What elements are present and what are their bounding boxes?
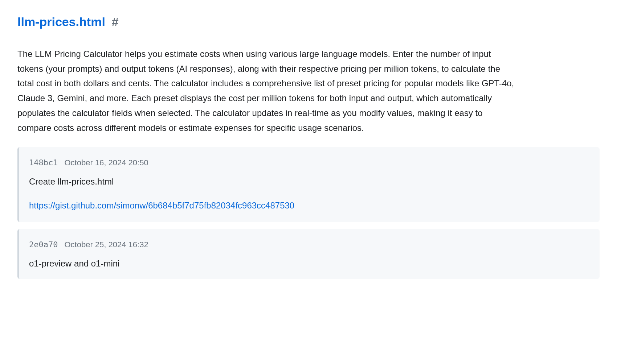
title-row: llm-prices.html #	[17, 15, 600, 29]
commit-card: 2e0a70 October 25, 2024 16:32 o1-preview…	[17, 229, 600, 279]
commit-message: Create llm-prices.html	[29, 175, 589, 188]
commit-hash[interactable]: 148bc1	[29, 156, 58, 169]
commit-date: October 16, 2024 20:50	[64, 156, 148, 169]
commit-card: 148bc1 October 16, 2024 20:50 Create llm…	[17, 147, 600, 222]
commit-link[interactable]: https://gist.github.com/simonw/6b684b5f7…	[29, 198, 589, 213]
commit-header: 148bc1 October 16, 2024 20:50	[29, 156, 589, 169]
page-title-link[interactable]: llm-prices.html	[17, 15, 105, 29]
commit-message: o1-preview and o1-mini	[29, 257, 589, 270]
anchor-hash-icon[interactable]: #	[112, 15, 119, 29]
commit-header: 2e0a70 October 25, 2024 16:32	[29, 238, 589, 251]
commit-date: October 25, 2024 16:32	[64, 238, 148, 251]
commit-hash[interactable]: 2e0a70	[29, 238, 58, 251]
page-description: The LLM Pricing Calculator helps you est…	[17, 47, 518, 136]
